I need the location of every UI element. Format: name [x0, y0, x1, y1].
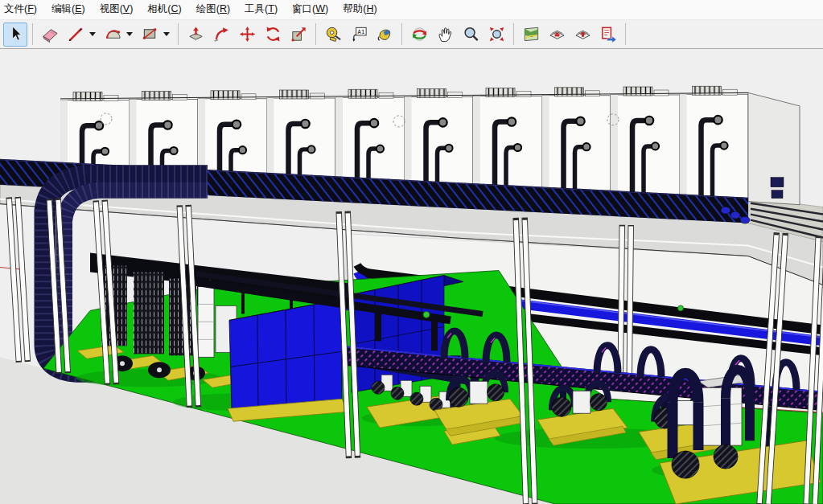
toolbar-group [2, 23, 28, 47]
toolbar-group [37, 23, 174, 47]
menu-item-tools[interactable]: 工具(T) [237, 0, 285, 19]
text-tool-button[interactable] [347, 23, 371, 47]
line-tool-dropdown-caret[interactable] [89, 32, 96, 36]
toolbar-group [518, 23, 621, 47]
toolbar-separator [401, 23, 402, 45]
share-model-tool-button[interactable] [570, 23, 595, 47]
menu-item-camera[interactable]: 相机(C) [140, 0, 188, 19]
eraser-tool-button[interactable] [38, 23, 62, 47]
sketchup-window: 文件(F)编辑(E)视图(V)相机(C)绘图(R)工具(T)窗口(W)帮助(H) [0, 0, 823, 504]
zoom-tool-button[interactable] [459, 23, 483, 47]
toolbar-separator [513, 23, 514, 45]
viewport-3d[interactable] [0, 49, 823, 504]
push-pull-tool-button[interactable] [183, 23, 208, 47]
add-location-tool-button[interactable] [519, 23, 543, 47]
select-tool-button[interactable] [3, 23, 27, 47]
orbit-tool-button[interactable] [407, 23, 431, 47]
arc-tool-button[interactable] [101, 23, 125, 47]
send-to-layout-tool-button[interactable] [596, 23, 620, 47]
menu-item-help[interactable]: 帮助(H) [335, 0, 384, 19]
zoom-extents-tool-button[interactable] [484, 23, 508, 47]
toolbar-separator [178, 23, 179, 45]
rectangle-tool-button[interactable] [138, 23, 162, 47]
move-tool-button[interactable] [235, 23, 259, 47]
rotate-tool-button[interactable] [261, 23, 285, 47]
toolbar [0, 20, 823, 50]
ahu-row-end-face [748, 92, 800, 204]
paint-bucket-tool-button[interactable] [372, 23, 397, 47]
rectangle-tool-dropdown-caret[interactable] [163, 32, 170, 36]
get-models-tool-button[interactable] [545, 23, 569, 47]
tape-measure-tool-button[interactable] [321, 23, 345, 47]
toolbar-group [320, 23, 397, 47]
menu-bar: 文件(F)编辑(E)视图(V)相机(C)绘图(R)工具(T)窗口(W)帮助(H) [0, 0, 823, 20]
line-tool-button[interactable] [64, 23, 88, 47]
toolbar-separator [625, 23, 626, 45]
menu-item-view[interactable]: 视图(V) [93, 0, 141, 19]
toolbar-group [183, 23, 311, 47]
model-scene [0, 49, 823, 504]
toolbar-separator [315, 23, 316, 45]
pan-tool-button[interactable] [433, 23, 457, 47]
menu-item-edit[interactable]: 编辑(E) [44, 0, 93, 19]
toolbar-separator [32, 23, 33, 45]
follow-me-tool-button[interactable] [209, 23, 233, 47]
menu-item-window[interactable]: 窗口(W) [285, 0, 335, 19]
toolbar-group [406, 23, 509, 47]
menu-item-draw[interactable]: 绘图(R) [189, 0, 237, 19]
scale-tool-button[interactable] [286, 23, 311, 47]
menu-item-file[interactable]: 文件(F) [0, 0, 44, 19]
arc-tool-dropdown-caret[interactable] [126, 32, 133, 36]
